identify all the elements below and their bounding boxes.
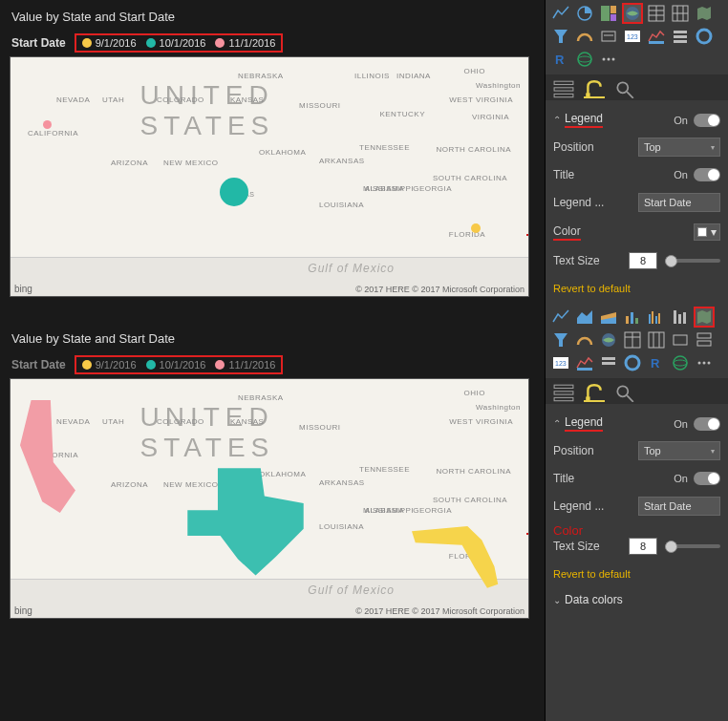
legend-item[interactable]: 11/1/2016 xyxy=(215,359,275,371)
chevron-down-icon[interactable]: ⌄ xyxy=(553,595,561,605)
viz-arcgis-icon[interactable] xyxy=(671,353,690,372)
viz-arcgis-icon[interactable] xyxy=(575,50,594,69)
section-title[interactable]: Legend xyxy=(565,415,603,432)
viz-more-icon[interactable] xyxy=(599,50,618,69)
svg-rect-13 xyxy=(602,32,615,41)
legend-item[interactable]: 9/1/2016 xyxy=(82,359,137,371)
state-label: Washington xyxy=(476,81,521,90)
viz-card-icon[interactable] xyxy=(671,330,690,350)
tab-format-icon[interactable] xyxy=(584,383,605,402)
svg-rect-20 xyxy=(674,40,687,43)
state-label: OKLAHOMA xyxy=(259,470,306,478)
legend-item[interactable]: 10/1/2016 xyxy=(146,359,206,371)
viz-bar-chart-icon[interactable] xyxy=(623,307,642,327)
viz-pie-chart-icon[interactable] xyxy=(575,4,594,23)
prop-position-label: Position xyxy=(553,140,594,154)
tab-format-icon[interactable] xyxy=(584,79,605,98)
viz-column-chart-icon[interactable] xyxy=(671,307,690,327)
title-toggle[interactable] xyxy=(694,472,720,485)
textsize-slider[interactable] xyxy=(665,544,720,548)
viz-card-icon[interactable] xyxy=(599,27,618,46)
viz-matrix-icon[interactable] xyxy=(671,4,690,23)
state-label: GEORGIA xyxy=(413,506,452,515)
viz-area-chart-icon[interactable] xyxy=(575,307,594,327)
legend-toggle[interactable] xyxy=(694,114,720,127)
viz-globe-icon[interactable] xyxy=(599,330,618,350)
svg-line-33 xyxy=(627,92,633,98)
map-canvas[interactable]: UNITED STATES OHIO Washington WEST VIRGI… xyxy=(10,378,529,619)
viz-slicer-icon[interactable] xyxy=(599,353,618,372)
position-dropdown[interactable]: Top▾ xyxy=(638,138,720,157)
viz-r-icon[interactable]: R xyxy=(647,353,666,372)
viz-gauge-icon[interactable] xyxy=(575,27,594,46)
revert-to-default-link[interactable]: Revert to default xyxy=(553,275,720,300)
legend-item[interactable]: 11/1/2016 xyxy=(215,37,275,49)
tab-fields-icon[interactable] xyxy=(553,79,574,98)
viz-combo-icon[interactable] xyxy=(575,353,594,372)
svg-point-63 xyxy=(698,362,701,365)
prop-textsize-label: Text Size xyxy=(553,540,600,553)
viz-stacked-area-icon[interactable] xyxy=(599,307,618,327)
textsize-input[interactable]: 8 xyxy=(629,252,657,269)
svg-rect-56 xyxy=(577,368,592,371)
viz-filled-map-icon[interactable] xyxy=(695,307,714,327)
viz-slicer-icon[interactable] xyxy=(671,27,690,46)
viz-donut-icon[interactable] xyxy=(623,353,642,372)
viz-multi-row-card-icon[interactable] xyxy=(647,27,666,46)
svg-rect-66 xyxy=(554,385,573,388)
legendname-input[interactable]: Start Date xyxy=(638,497,720,516)
viz-funnel-icon[interactable] xyxy=(551,27,570,46)
viz-donut-icon[interactable] xyxy=(695,27,714,46)
viz-line-chart-icon[interactable] xyxy=(551,4,570,23)
visualization-picker: 123 R xyxy=(546,0,728,74)
state-label: NEBRASKA xyxy=(238,72,284,80)
viz-kpi-icon[interactable]: 123 xyxy=(623,27,642,46)
viz-line-chart-icon[interactable] xyxy=(551,307,570,327)
legend-item[interactable]: 9/1/2016 xyxy=(82,37,137,49)
tab-fields-icon[interactable] xyxy=(553,383,574,402)
viz-table-icon[interactable] xyxy=(623,330,642,350)
viz-treemap-icon[interactable] xyxy=(599,4,618,23)
revert-to-default-link[interactable]: Revert to default xyxy=(553,561,720,585)
viz-multi-row-card-icon[interactable] xyxy=(695,330,714,350)
textsize-input[interactable]: 8 xyxy=(629,538,657,555)
map-canvas[interactable]: UNITED STATES OHIO Washington WEST VIRGI… xyxy=(10,56,529,297)
pane-tabs xyxy=(546,378,728,404)
viz-more-icon[interactable] xyxy=(695,353,714,372)
viz-clustered-bar-icon[interactable] xyxy=(647,307,666,327)
color-picker[interactable]: ▾ xyxy=(694,223,720,241)
toggle-label: On xyxy=(674,418,688,430)
bubble-california[interactable] xyxy=(43,120,52,129)
tab-analytics-icon[interactable] xyxy=(614,79,635,98)
textsize-slider[interactable] xyxy=(665,259,720,263)
chevron-up-icon[interactable]: ⌃ xyxy=(553,115,561,125)
viz-gauge-icon[interactable] xyxy=(575,330,594,350)
section-title[interactable]: Legend xyxy=(565,112,603,128)
legendname-input[interactable]: Start Date xyxy=(638,193,720,212)
tab-analytics-icon[interactable] xyxy=(614,383,635,402)
svg-rect-30 xyxy=(554,94,573,96)
chevron-up-icon[interactable]: ⌃ xyxy=(553,418,561,429)
position-dropdown[interactable]: Top▾ xyxy=(638,441,720,460)
viz-map-icon[interactable] xyxy=(623,4,642,23)
legend-dot-icon xyxy=(215,38,225,48)
viz-funnel-icon[interactable] xyxy=(551,330,570,350)
gulf-label: Gulf of Mexico xyxy=(308,262,395,275)
legend-item[interactable]: 10/1/2016 xyxy=(146,37,206,49)
section-title[interactable]: Data colors xyxy=(565,593,623,606)
legend-toggle[interactable] xyxy=(694,417,720,431)
viz-r-icon[interactable]: R xyxy=(551,50,570,69)
callout-missing-color: Color xyxy=(553,523,583,538)
visual-map-bubbles: Value by State and Start Date Start Date… xyxy=(10,10,535,297)
viz-table-icon[interactable] xyxy=(647,4,666,23)
svg-point-24 xyxy=(578,56,591,62)
viz-matrix-icon[interactable] xyxy=(647,330,666,350)
svg-text:R: R xyxy=(555,53,565,67)
bubble-florida[interactable] xyxy=(471,223,481,233)
viz-kpi-icon[interactable]: 123 xyxy=(551,353,570,372)
viz-filled-map-icon[interactable] xyxy=(695,4,714,23)
prop-position-label: Position xyxy=(553,444,594,457)
map-attribution: © 2017 HERE © 2017 Microsoft Corporation xyxy=(355,285,525,294)
title-toggle[interactable] xyxy=(694,168,720,181)
bubble-texas[interactable] xyxy=(220,178,248,206)
